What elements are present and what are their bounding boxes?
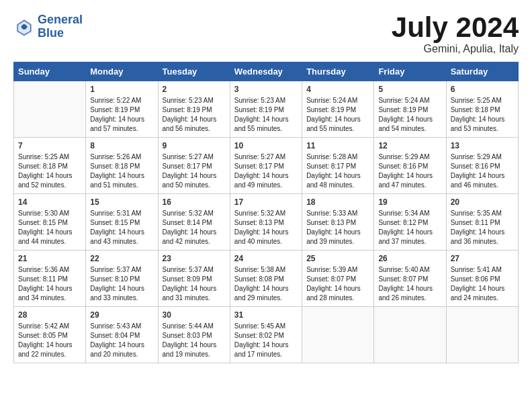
weekday-header-tuesday: Tuesday [158, 62, 230, 81]
day-info: Sunrise: 5:37 AM Sunset: 8:10 PM Dayligh… [90, 265, 153, 303]
day-info: Sunrise: 5:24 AM Sunset: 8:19 PM Dayligh… [378, 96, 441, 134]
day-number: 28 [18, 310, 81, 320]
day-number: 2 [163, 85, 226, 94]
day-cell: 19Sunrise: 5:34 AM Sunset: 8:12 PM Dayli… [374, 194, 446, 250]
day-cell: 3Sunrise: 5:23 AM Sunset: 8:19 PM Daylig… [230, 81, 302, 138]
day-cell: 27Sunrise: 5:41 AM Sunset: 8:06 PM Dayli… [446, 250, 518, 307]
day-number: 12 [378, 141, 441, 150]
weekday-header-wednesday: Wednesday [230, 62, 302, 81]
day-info: Sunrise: 5:42 AM Sunset: 8:05 PM Dayligh… [18, 322, 81, 359]
day-info: Sunrise: 5:43 AM Sunset: 8:04 PM Dayligh… [90, 322, 153, 359]
day-info: Sunrise: 5:32 AM Sunset: 8:13 PM Dayligh… [234, 209, 298, 246]
day-cell: 7Sunrise: 5:25 AM Sunset: 8:18 PM Daylig… [14, 138, 86, 194]
day-cell: 11Sunrise: 5:28 AM Sunset: 8:17 PM Dayli… [302, 138, 374, 194]
day-number: 27 [451, 254, 514, 263]
day-cell: 22Sunrise: 5:37 AM Sunset: 8:10 PM Dayli… [86, 250, 158, 307]
weekday-header-friday: Friday [374, 62, 446, 81]
day-number: 10 [234, 141, 298, 150]
day-number: 11 [306, 141, 369, 150]
day-cell: 10Sunrise: 5:27 AM Sunset: 8:17 PM Dayli… [230, 138, 302, 194]
day-number: 22 [90, 254, 153, 263]
day-cell: 23Sunrise: 5:37 AM Sunset: 8:09 PM Dayli… [158, 250, 230, 307]
day-info: Sunrise: 5:25 AM Sunset: 8:18 PM Dayligh… [18, 152, 81, 190]
page-header: General Blue July 2024 Gemini, Apulia, I… [13, 13, 519, 55]
day-number: 6 [451, 85, 514, 94]
weekday-header-saturday: Saturday [446, 62, 518, 81]
title-block: July 2024 Gemini, Apulia, Italy [392, 13, 519, 55]
day-info: Sunrise: 5:30 AM Sunset: 8:15 PM Dayligh… [18, 209, 81, 246]
day-cell [302, 307, 374, 363]
day-info: Sunrise: 5:26 AM Sunset: 8:18 PM Dayligh… [90, 152, 153, 190]
day-cell: 8Sunrise: 5:26 AM Sunset: 8:18 PM Daylig… [86, 138, 158, 194]
day-cell: 31Sunrise: 5:45 AM Sunset: 8:02 PM Dayli… [230, 307, 302, 363]
day-number: 24 [234, 254, 298, 263]
weekday-header-thursday: Thursday [302, 62, 374, 81]
day-info: Sunrise: 5:25 AM Sunset: 8:18 PM Dayligh… [451, 96, 514, 134]
day-info: Sunrise: 5:23 AM Sunset: 8:19 PM Dayligh… [234, 96, 298, 134]
day-info: Sunrise: 5:34 AM Sunset: 8:12 PM Dayligh… [378, 209, 441, 246]
day-info: Sunrise: 5:24 AM Sunset: 8:19 PM Dayligh… [306, 96, 369, 134]
day-info: Sunrise: 5:37 AM Sunset: 8:09 PM Dayligh… [163, 265, 226, 303]
day-info: Sunrise: 5:22 AM Sunset: 8:19 PM Dayligh… [90, 96, 153, 134]
day-info: Sunrise: 5:29 AM Sunset: 8:16 PM Dayligh… [451, 152, 514, 190]
day-cell: 6Sunrise: 5:25 AM Sunset: 8:18 PM Daylig… [446, 81, 518, 138]
day-number: 13 [451, 141, 514, 150]
day-number: 3 [234, 85, 298, 94]
day-number: 18 [306, 197, 369, 207]
day-info: Sunrise: 5:29 AM Sunset: 8:16 PM Dayligh… [378, 152, 441, 190]
day-cell: 16Sunrise: 5:32 AM Sunset: 8:14 PM Dayli… [158, 194, 230, 250]
month-title: July 2024 [392, 13, 519, 42]
day-number: 1 [90, 85, 153, 94]
day-cell [374, 307, 446, 363]
day-cell: 24Sunrise: 5:38 AM Sunset: 8:08 PM Dayli… [230, 250, 302, 307]
day-cell: 18Sunrise: 5:33 AM Sunset: 8:13 PM Dayli… [302, 194, 374, 250]
weekday-header-sunday: Sunday [14, 62, 86, 81]
weekday-header-monday: Monday [86, 62, 158, 81]
week-row-2: 7Sunrise: 5:25 AM Sunset: 8:18 PM Daylig… [14, 138, 519, 194]
week-row-1: 1Sunrise: 5:22 AM Sunset: 8:19 PM Daylig… [14, 81, 519, 138]
day-info: Sunrise: 5:27 AM Sunset: 8:17 PM Dayligh… [163, 152, 226, 190]
day-cell: 5Sunrise: 5:24 AM Sunset: 8:19 PM Daylig… [374, 81, 446, 138]
day-cell: 25Sunrise: 5:39 AM Sunset: 8:07 PM Dayli… [302, 250, 374, 307]
logo: General Blue [13, 13, 83, 40]
day-number: 30 [163, 310, 226, 320]
day-number: 5 [378, 85, 441, 94]
day-info: Sunrise: 5:39 AM Sunset: 8:07 PM Dayligh… [306, 265, 369, 303]
day-number: 25 [306, 254, 369, 263]
day-number: 31 [234, 310, 298, 320]
day-number: 8 [90, 141, 153, 150]
day-cell: 17Sunrise: 5:32 AM Sunset: 8:13 PM Dayli… [230, 194, 302, 250]
day-info: Sunrise: 5:44 AM Sunset: 8:03 PM Dayligh… [163, 322, 226, 359]
day-number: 23 [163, 254, 226, 263]
day-info: Sunrise: 5:27 AM Sunset: 8:17 PM Dayligh… [234, 152, 298, 190]
day-cell: 28Sunrise: 5:42 AM Sunset: 8:05 PM Dayli… [14, 307, 86, 363]
day-cell: 30Sunrise: 5:44 AM Sunset: 8:03 PM Dayli… [158, 307, 230, 363]
day-number: 14 [18, 197, 81, 207]
day-cell: 12Sunrise: 5:29 AM Sunset: 8:16 PM Dayli… [374, 138, 446, 194]
day-cell [14, 81, 86, 138]
day-number: 26 [378, 254, 441, 263]
calendar-table: SundayMondayTuesdayWednesdayThursdayFrid… [13, 62, 519, 363]
day-info: Sunrise: 5:28 AM Sunset: 8:17 PM Dayligh… [306, 152, 369, 190]
day-info: Sunrise: 5:33 AM Sunset: 8:13 PM Dayligh… [306, 209, 369, 246]
day-cell: 21Sunrise: 5:36 AM Sunset: 8:11 PM Dayli… [14, 250, 86, 307]
logo-icon [13, 16, 35, 38]
day-cell: 14Sunrise: 5:30 AM Sunset: 8:15 PM Dayli… [14, 194, 86, 250]
weekday-header-row: SundayMondayTuesdayWednesdayThursdayFrid… [14, 62, 519, 81]
day-info: Sunrise: 5:38 AM Sunset: 8:08 PM Dayligh… [234, 265, 298, 303]
day-cell: 13Sunrise: 5:29 AM Sunset: 8:16 PM Dayli… [446, 138, 518, 194]
day-info: Sunrise: 5:23 AM Sunset: 8:19 PM Dayligh… [163, 96, 226, 134]
day-cell: 29Sunrise: 5:43 AM Sunset: 8:04 PM Dayli… [86, 307, 158, 363]
day-info: Sunrise: 5:31 AM Sunset: 8:15 PM Dayligh… [90, 209, 153, 246]
day-cell: 15Sunrise: 5:31 AM Sunset: 8:15 PM Dayli… [86, 194, 158, 250]
day-cell: 4Sunrise: 5:24 AM Sunset: 8:19 PM Daylig… [302, 81, 374, 138]
day-number: 21 [18, 254, 81, 263]
day-number: 20 [451, 197, 514, 207]
day-info: Sunrise: 5:41 AM Sunset: 8:06 PM Dayligh… [451, 265, 514, 303]
day-cell: 9Sunrise: 5:27 AM Sunset: 8:17 PM Daylig… [158, 138, 230, 194]
day-number: 9 [163, 141, 226, 150]
day-cell [446, 307, 518, 363]
day-cell: 2Sunrise: 5:23 AM Sunset: 8:19 PM Daylig… [158, 81, 230, 138]
week-row-5: 28Sunrise: 5:42 AM Sunset: 8:05 PM Dayli… [14, 307, 519, 363]
day-number: 4 [306, 85, 369, 94]
